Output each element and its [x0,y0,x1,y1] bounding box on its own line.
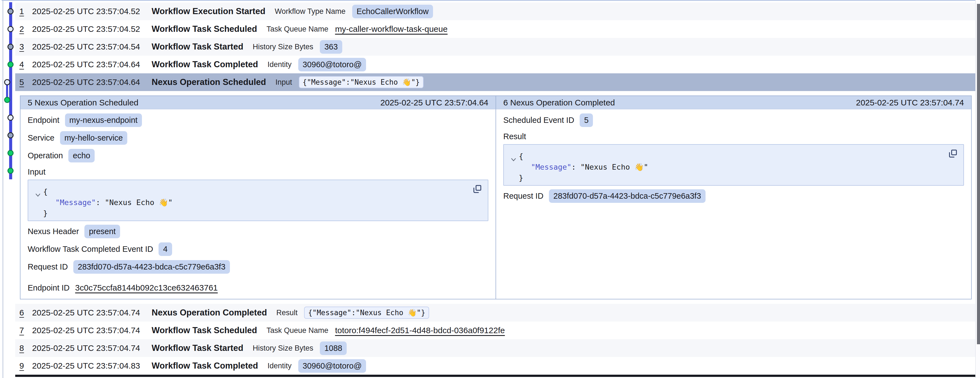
event-id-link[interactable]: 3 [19,42,32,51]
event-row-1[interactable]: 12025-02-25 UTC 23:57:04.52Workflow Exec… [15,3,975,20]
panel-field-value-badge: present [84,225,120,238]
event-id-link[interactable]: 4 [19,60,32,69]
event-attribute-value-json: {"Message":"Nexus Echo 👋"} [299,76,424,88]
event-name: Workflow Task Completed [152,59,258,69]
json-root-line: { [35,186,481,197]
timeline-dot-9[interactable] [8,150,14,156]
panel-field-value-badge: my-nexus-endpoint [65,113,142,127]
json-colon: : [96,198,105,207]
json-close-line: } [511,172,957,183]
panel-field: Servicemy-hello-service [28,131,488,145]
panel-field-label-text: Scheduled Event ID [503,116,574,125]
panel-field-value-badge: 5 [580,113,593,127]
panel-field-value-link[interactable]: 3c0c75ccfa8144b092c13ce632463761 [75,283,218,292]
timeline-dot-7[interactable] [8,115,14,121]
panel-field: Request ID283fd070-d57a-4423-bdca-c5c779… [503,189,964,203]
event-detail-panel: 5 Nexus Operation Scheduled 2025-02-25 U… [20,96,972,300]
detail-panel-timestamp: 2025-02-25 UTC 23:57:04.74 [856,98,964,107]
timeline-dot-10[interactable] [8,168,14,174]
event-id-link[interactable]: 6 [19,308,32,317]
detail-panel-body: Endpointmy-nexus-endpointServicemy-hello… [21,109,496,298]
timeline-dot-2[interactable] [8,26,14,32]
timeline-dot-4[interactable] [8,61,14,67]
panel-field-label-text: Endpoint ID [28,283,70,292]
json-property-line: "Message": "Nexus Echo 👋" [35,197,481,208]
detail-panel-title: 6 Nexus Operation Completed [503,98,615,107]
event-attribute-label: Task Queue Name [266,25,328,33]
timeline-dot-8[interactable] [8,132,14,138]
event-attribute-value-link[interactable]: totoro:f494fecf-2d51-4d48-bdcd-036a0f912… [335,326,505,335]
json-key: "Message" [531,163,571,171]
event-name: Workflow Task Scheduled [152,24,257,34]
event-id-link[interactable]: 5 [19,78,32,87]
event-attribute-value-json: {"Message":"Nexus Echo 👋"} [304,306,429,319]
event-row-3[interactable]: 32025-02-25 UTC 23:57:04.54Workflow Task… [15,38,975,56]
event-row-4[interactable]: 42025-02-25 UTC 23:57:04.64Workflow Task… [15,56,975,73]
panel-field-value-badge: 283fd070-d57a-4423-bdca-c5c779e6a3f3 [73,260,230,274]
event-attribute-label: Identity [267,60,292,69]
timeline-dot-6[interactable] [4,97,10,103]
detail-panel-header[interactable]: 6 Nexus Operation Completed 2025-02-25 U… [496,96,971,109]
event-attribute-label: Identity [267,362,292,370]
event-row-6[interactable]: 62025-02-25 UTC 23:57:04.74Nexus Operati… [15,304,975,322]
panel-field-label-text: Input [28,167,46,177]
event-attribute-label: Task Queue Name [266,326,328,335]
panel-field-value-badge: echo [68,149,95,163]
collapse-json-chevron-icon[interactable] [511,154,517,159]
json-root-line: { [511,151,957,162]
event-id-link[interactable]: 7 [19,326,32,335]
panel-field-label: Input [28,166,488,177]
event-row-8[interactable]: 82025-02-25 UTC 23:57:04.74Workflow Task… [15,339,975,357]
copy-icon[interactable] [948,148,959,159]
timeline-dot-3[interactable] [8,44,14,50]
event-row-7[interactable]: 72025-02-25 UTC 23:57:04.74Workflow Task… [15,322,975,339]
event-timestamp: 2025-02-25 UTC 23:57:04.52 [32,24,145,34]
event-attribute-label: History Size Bytes [253,344,313,352]
event-name: Workflow Task Completed [152,361,258,371]
event-timestamp: 2025-02-25 UTC 23:57:04.52 [32,6,145,16]
panel-field-label-text: Request ID [28,262,68,271]
vertical-scrollbar-track[interactable] [975,0,980,378]
detail-panel-scheduled: 5 Nexus Operation Scheduled 2025-02-25 U… [21,96,496,299]
json-open-brace: { [519,151,523,162]
event-id-link[interactable]: 8 [19,343,32,353]
event-attribute-label: Input [275,78,292,87]
event-id-link[interactable]: 1 [19,6,32,16]
event-row-2[interactable]: 22025-02-25 UTC 23:57:04.52Workflow Task… [15,20,975,38]
event-row-9[interactable]: 92025-02-25 UTC 23:57:04.83Workflow Task… [15,357,975,375]
timeline-dot-5[interactable] [4,79,10,85]
detail-panel-title: 5 Nexus Operation Scheduled [28,98,138,107]
event-attribute-label: History Size Bytes [253,43,313,51]
panel-field-label-text: Nexus Header [28,227,79,236]
panel-field-label-text: Operation [28,151,63,160]
event-row-5[interactable]: 52025-02-25 UTC 23:57:04.64Nexus Operati… [15,73,975,91]
left-border [3,0,3,378]
event-timestamp: 2025-02-25 UTC 23:57:04.64 [32,78,145,87]
json-key: "Message" [55,198,96,207]
detail-panel-header[interactable]: 5 Nexus Operation Scheduled 2025-02-25 U… [21,96,496,109]
panel-field: Request ID283fd070-d57a-4423-bdca-c5c779… [28,260,488,274]
collapse-json-chevron-icon[interactable] [35,190,41,194]
event-attribute-value-link[interactable]: my-caller-workflow-task-queue [335,24,448,34]
panel-field: Scheduled Event ID5 [503,113,964,127]
event-name: Workflow Task Started [152,343,243,353]
panel-field-value-badge: 283fd070-d57a-4423-bdca-c5c779e6a3f3 [549,189,706,203]
copy-icon[interactable] [472,184,484,195]
panel-field-value-badge: my-hello-service [60,131,127,145]
json-value: "Nexus Echo 👋" [581,163,648,171]
panel-field: Operationecho [28,148,488,163]
event-id-link[interactable]: 9 [19,361,32,370]
event-name: Workflow Task Scheduled [152,325,257,335]
event-name: Nexus Operation Scheduled [152,77,266,87]
vertical-scrollbar-thumb[interactable] [977,4,980,344]
panel-field: Nexus Headerpresent [28,225,488,238]
event-timestamp: 2025-02-25 UTC 23:57:04.74 [32,308,145,317]
event-id-link[interactable]: 2 [19,24,32,34]
timeline-dot-1[interactable] [8,8,14,14]
event-name: Nexus Operation Completed [152,308,267,318]
event-attribute-value-badge: 1088 [320,341,347,355]
json-close-line: } [35,208,481,219]
json-open-brace: { [43,186,48,197]
event-rows-top: 12025-02-25 UTC 23:57:04.52Workflow Exec… [15,3,975,91]
panel-field: Endpoint ID3c0c75ccfa8144b092c13ce632463… [28,281,488,295]
